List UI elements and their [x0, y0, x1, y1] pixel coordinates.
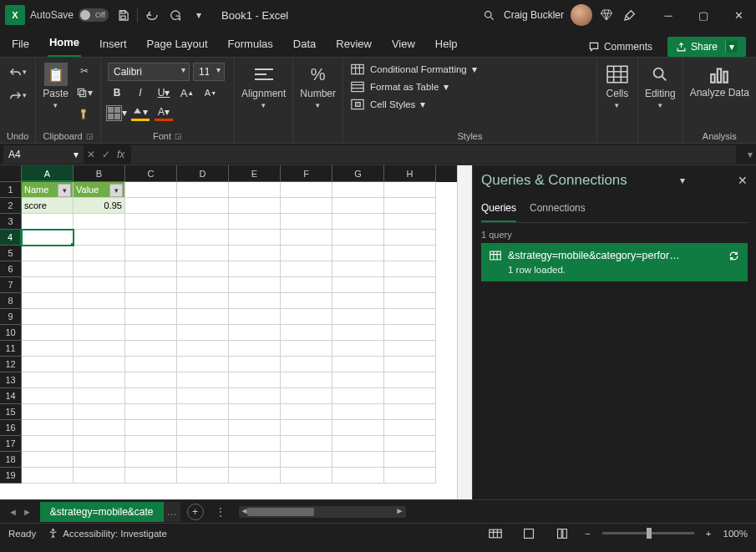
- close-button[interactable]: ✕: [726, 3, 751, 28]
- conditional-formatting-button[interactable]: Conditional Formatting▾: [350, 63, 590, 76]
- cell[interactable]: [229, 277, 281, 293]
- cell[interactable]: [281, 246, 332, 261]
- cell[interactable]: [281, 230, 332, 246]
- cell[interactable]: [384, 277, 436, 293]
- menu-review[interactable]: Review: [334, 33, 373, 57]
- comments-button[interactable]: Comments: [581, 38, 659, 56]
- cell[interactable]: [281, 214, 332, 230]
- cell[interactable]: [384, 309, 436, 325]
- col-header-d[interactable]: D: [177, 165, 229, 182]
- cell[interactable]: [125, 214, 177, 230]
- row-header[interactable]: 13: [0, 372, 22, 388]
- diamond-icon[interactable]: [597, 6, 616, 24]
- cell[interactable]: [229, 214, 281, 230]
- cell[interactable]: [22, 420, 74, 436]
- cancel-formula-icon[interactable]: ✕: [87, 149, 95, 160]
- cell[interactable]: [384, 214, 436, 230]
- cell[interactable]: [177, 214, 229, 230]
- cell-styles-button[interactable]: Cell Styles▾: [350, 98, 590, 111]
- cell[interactable]: [22, 341, 74, 357]
- cell[interactable]: [281, 357, 332, 372]
- cell[interactable]: [125, 357, 177, 372]
- cell[interactable]: [332, 246, 384, 261]
- row-header[interactable]: 10: [0, 325, 22, 341]
- cell[interactable]: [229, 404, 281, 420]
- cell[interactable]: [177, 293, 229, 309]
- undo-button[interactable]: ▾: [8, 63, 27, 81]
- dialog-launcher-icon[interactable]: ◲: [175, 132, 182, 140]
- add-sheet-button[interactable]: +: [187, 504, 204, 520]
- cell[interactable]: [74, 214, 125, 230]
- cell[interactable]: [125, 293, 177, 309]
- cell[interactable]: [384, 372, 436, 388]
- dialog-launcher-icon[interactable]: ◲: [86, 132, 94, 140]
- cell[interactable]: [125, 388, 177, 404]
- cell[interactable]: [281, 182, 332, 198]
- cell[interactable]: [384, 293, 436, 309]
- cell[interactable]: 0.95: [74, 198, 125, 214]
- cell[interactable]: [22, 325, 74, 341]
- cell[interactable]: [229, 246, 281, 261]
- page-layout-view-button[interactable]: [518, 525, 540, 542]
- tab-connections[interactable]: Connections: [530, 199, 586, 222]
- row-header[interactable]: 7: [0, 277, 22, 293]
- cell[interactable]: [229, 182, 281, 198]
- row-header[interactable]: 11: [0, 341, 22, 357]
- cell[interactable]: [177, 357, 229, 372]
- cell[interactable]: [125, 372, 177, 388]
- cell[interactable]: [125, 452, 177, 468]
- menu-home[interactable]: Home: [48, 31, 81, 57]
- cell[interactable]: Name: [22, 182, 74, 198]
- cell[interactable]: [229, 341, 281, 357]
- cell[interactable]: [332, 452, 384, 468]
- cell[interactable]: [22, 372, 74, 388]
- chevron-down-icon[interactable]: ▾: [680, 175, 685, 186]
- cell[interactable]: [281, 404, 332, 420]
- cell[interactable]: [74, 452, 125, 468]
- cell[interactable]: [332, 198, 384, 214]
- underline-button[interactable]: U▾: [155, 84, 173, 101]
- cell[interactable]: [281, 372, 332, 388]
- row-header[interactable]: 18: [0, 452, 22, 468]
- row-header[interactable]: 3: [0, 214, 22, 230]
- menu-insert[interactable]: Insert: [98, 33, 129, 57]
- brush-icon[interactable]: [621, 6, 639, 24]
- cell[interactable]: [125, 246, 177, 261]
- cell[interactable]: [384, 325, 436, 341]
- row-header[interactable]: 12: [0, 357, 22, 372]
- font-size-select[interactable]: [193, 63, 225, 81]
- cell[interactable]: [74, 293, 125, 309]
- cell[interactable]: [125, 261, 177, 277]
- autosave-toggle[interactable]: AutoSave Off: [30, 8, 109, 22]
- cell[interactable]: [22, 293, 74, 309]
- col-header-b[interactable]: B: [74, 165, 125, 182]
- col-header-g[interactable]: G: [332, 165, 384, 182]
- cell[interactable]: [74, 309, 125, 325]
- cell[interactable]: [22, 309, 74, 325]
- normal-view-button[interactable]: [485, 525, 506, 542]
- cell[interactable]: [74, 277, 125, 293]
- cell[interactable]: [177, 468, 229, 484]
- cell[interactable]: [332, 357, 384, 372]
- cell[interactable]: [74, 436, 125, 452]
- close-panel-button[interactable]: ✕: [738, 174, 748, 187]
- cell[interactable]: [384, 341, 436, 357]
- cell[interactable]: [177, 372, 229, 388]
- analyze-data-button[interactable]: Analyze Data: [690, 63, 749, 99]
- cell[interactable]: [384, 436, 436, 452]
- col-header-f[interactable]: F: [281, 165, 332, 182]
- zoom-out-button[interactable]: −: [585, 529, 591, 539]
- cell[interactable]: [22, 357, 74, 372]
- decrease-font-button[interactable]: A▼: [201, 84, 220, 101]
- cell[interactable]: [281, 309, 332, 325]
- cell[interactable]: [22, 277, 74, 293]
- row-header[interactable]: 4: [0, 230, 22, 246]
- cell[interactable]: [74, 468, 125, 484]
- cell[interactable]: [74, 388, 125, 404]
- menu-view[interactable]: View: [390, 33, 417, 57]
- row-header[interactable]: 1: [0, 182, 22, 198]
- cell[interactable]: [332, 214, 384, 230]
- cell[interactable]: [177, 309, 229, 325]
- cell[interactable]: [177, 230, 229, 246]
- cell[interactable]: [177, 261, 229, 277]
